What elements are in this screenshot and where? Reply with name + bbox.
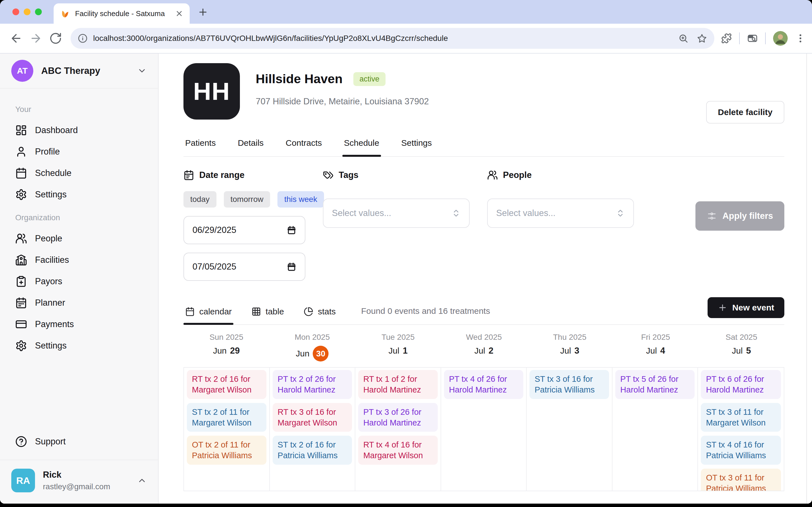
- day-column-mon[interactable]: PT tx 2 of 26 for Harold Martinez RT tx …: [270, 368, 356, 491]
- apply-filters-label: Apply filters: [722, 211, 773, 221]
- treatment-event[interactable]: ST tx 3 of 16 for Patricia Williams: [529, 370, 609, 399]
- people-label-row: People: [487, 170, 634, 180]
- treatment-event[interactable]: RT tx 3 of 16 for Margaret Wilson: [273, 403, 352, 432]
- tags-select[interactable]: Select values...: [323, 199, 470, 228]
- treatment-event[interactable]: RT tx 4 of 16 for Margaret Wilson: [358, 436, 438, 465]
- minimize-window-button[interactable]: [24, 8, 31, 15]
- start-date-input[interactable]: 06/29/2025: [184, 216, 305, 244]
- sidebar-item-facilities[interactable]: Facilities: [11, 249, 147, 271]
- tab-schedule[interactable]: Schedule: [342, 134, 381, 156]
- tags-select-placeholder: Select values...: [332, 208, 452, 218]
- view-tab-stats[interactable]: stats: [302, 307, 337, 324]
- day-column-tue[interactable]: RT tx 1 of 2 for Harold Martinez PT tx 3…: [355, 368, 441, 491]
- reload-button[interactable]: [49, 32, 62, 45]
- extensions-puzzle-icon[interactable]: [721, 33, 732, 44]
- browser-menu-kebab-icon[interactable]: [795, 33, 806, 44]
- chevrons-up-down-icon: [616, 209, 625, 218]
- sidebar-item-label: Dashboard: [35, 125, 78, 135]
- preset-this-week[interactable]: this week: [277, 191, 324, 208]
- treatment-event[interactable]: ST tx 4 of 16 for Patricia Williams: [701, 436, 781, 465]
- month-label: Jun: [296, 349, 309, 358]
- org-name: ABC Therapy: [41, 65, 137, 76]
- sidebar-item-schedule[interactable]: Schedule: [11, 162, 147, 184]
- day-number: 3: [574, 346, 579, 356]
- day-column-thu[interactable]: ST tx 3 of 16 for Patricia Williams: [527, 368, 612, 491]
- treatment-event[interactable]: PT tx 3 of 26 for Harold Martinez: [358, 403, 438, 432]
- tags-label: Tags: [339, 170, 358, 180]
- new-tab-button[interactable]: [198, 7, 208, 17]
- treatment-event[interactable]: RT tx 2 of 16 for Margaret Wilson: [187, 370, 266, 399]
- sidebar-item-dashboard[interactable]: Dashboard: [11, 120, 147, 141]
- treatment-event[interactable]: ST tx 3 of 11 for Margaret Wilson: [701, 403, 781, 432]
- treatment-event[interactable]: RT tx 1 of 2 for Harold Martinez: [358, 370, 438, 399]
- treatment-event[interactable]: PT tx 2 of 26 for Harold Martinez: [273, 370, 352, 399]
- url-bar[interactable]: localhost:3000/organizations/AB7T6UVQrOH…: [70, 28, 714, 49]
- tab-patients[interactable]: Patients: [184, 134, 217, 156]
- treatment-event[interactable]: PT tx 6 of 26 for Harold Martinez: [701, 370, 781, 399]
- day-of-week: Sat 2025: [699, 333, 784, 342]
- page-title: Hillside Haven: [256, 72, 343, 86]
- tab-details[interactable]: Details: [236, 134, 265, 156]
- browser-tabstrip: Facility schedule - Satxuma: [0, 0, 812, 24]
- sidebar-item-label: People: [35, 233, 62, 244]
- day-of-week: Fri 2025: [613, 333, 699, 342]
- sidebar-item-settings[interactable]: Settings: [11, 184, 147, 205]
- page-scrollbar[interactable]: [806, 54, 812, 504]
- back-button[interactable]: [10, 32, 22, 45]
- toolbar-separator: [739, 33, 740, 44]
- treatment-event[interactable]: PT tx 4 of 26 for Harold Martinez: [444, 370, 523, 399]
- people-icon: [15, 233, 27, 244]
- chevron-up-icon: [137, 476, 147, 485]
- close-tab-icon[interactable]: [175, 9, 184, 18]
- close-window-button[interactable]: [12, 8, 19, 15]
- people-select[interactable]: Select values...: [487, 199, 634, 228]
- apply-filters-button[interactable]: Apply filters: [696, 201, 784, 231]
- site-info-icon[interactable]: [78, 34, 88, 43]
- sidebar-item-support[interactable]: Support: [11, 431, 147, 452]
- preset-tomorrow[interactable]: tomorrow: [224, 191, 270, 208]
- forward-button[interactable]: [29, 32, 42, 45]
- view-tab-table[interactable]: table: [250, 307, 286, 324]
- table-grid-icon: [251, 307, 261, 317]
- zoom-page-icon[interactable]: [678, 33, 689, 44]
- tab-search-icon[interactable]: [747, 33, 758, 44]
- sidebar-item-payments[interactable]: Payments: [11, 314, 147, 335]
- tab-contracts[interactable]: Contracts: [284, 134, 323, 156]
- browser-profile-avatar[interactable]: [773, 31, 788, 46]
- user-menu[interactable]: RA Rick rastley@gmail.com: [0, 460, 158, 504]
- help-circle-icon: [15, 436, 27, 448]
- preset-today[interactable]: today: [184, 191, 216, 208]
- tab-settings[interactable]: Settings: [400, 134, 434, 156]
- tags-icon: [323, 170, 334, 180]
- sidebar-item-payors[interactable]: Payors: [11, 271, 147, 292]
- sidebar-item-people[interactable]: People: [11, 228, 147, 249]
- sidebar-item-profile[interactable]: Profile: [11, 141, 147, 162]
- view-tab-calendar[interactable]: calendar: [184, 307, 234, 324]
- treatment-event[interactable]: PT tx 5 of 26 for Harold Martinez: [615, 370, 695, 399]
- end-date-input[interactable]: 07/05/2025: [184, 252, 305, 281]
- org-switcher[interactable]: AT ABC Therapy: [0, 54, 158, 88]
- day-column-fri[interactable]: PT tx 5 of 26 for Harold Martinez: [612, 368, 698, 491]
- treatment-event[interactable]: ST tx 2 of 11 for Margaret Wilson: [187, 403, 266, 432]
- sidebar-item-org-settings[interactable]: Settings: [11, 335, 147, 356]
- url-text[interactable]: localhost:3000/organizations/AB7T6UVQrOH…: [93, 34, 670, 43]
- new-event-button[interactable]: New event: [708, 297, 784, 318]
- treatment-event[interactable]: ST tx 2 of 16 for Patricia Williams: [273, 436, 352, 465]
- bookmark-star-icon[interactable]: [697, 33, 707, 44]
- delete-facility-button[interactable]: Delete facility: [706, 101, 784, 123]
- day-column-sun[interactable]: RT tx 2 of 16 for Margaret Wilson ST tx …: [184, 368, 270, 491]
- day-header: Thu 2025 Jul3: [527, 333, 613, 361]
- day-column-wed[interactable]: PT tx 4 of 26 for Harold Martinez: [441, 368, 527, 491]
- browser-tab[interactable]: Facility schedule - Satxuma: [54, 3, 190, 24]
- day-column-sat[interactable]: PT tx 6 of 26 for Harold Martinez ST tx …: [698, 368, 784, 491]
- sidebar-item-label: Profile: [35, 147, 60, 157]
- tab-title: Facility schedule - Satxuma: [75, 9, 170, 18]
- day-number: 5: [746, 346, 751, 356]
- calendar-grid: RT tx 2 of 16 for Margaret Wilson ST tx …: [184, 367, 784, 491]
- calendar-picker-icon[interactable]: [287, 225, 296, 235]
- treatment-event[interactable]: OT tx 2 of 11 for Patricia Williams: [187, 436, 266, 465]
- sidebar-item-planner[interactable]: Planner: [11, 292, 147, 314]
- calendar-picker-icon[interactable]: [287, 262, 296, 272]
- treatment-event[interactable]: OT tx 3 of 11 for Patricia Williams: [701, 469, 781, 491]
- zoom-window-button[interactable]: [35, 8, 42, 15]
